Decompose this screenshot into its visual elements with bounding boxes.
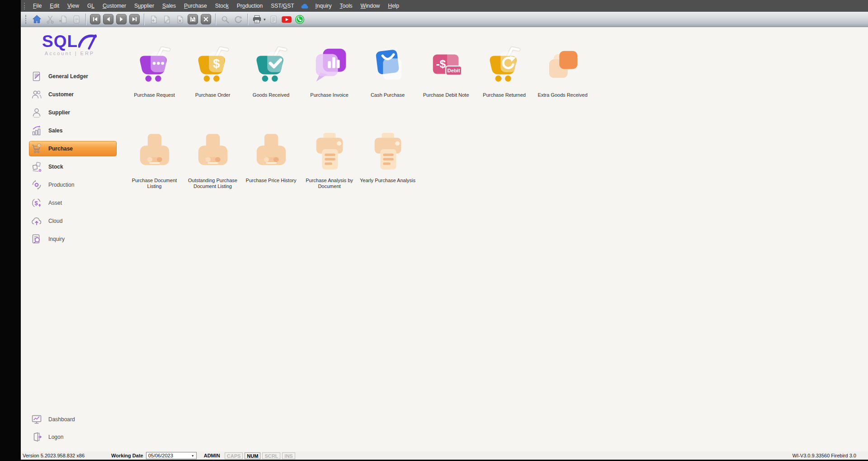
sidebar-item-logon[interactable]: Logon [29,428,117,446]
app-icon-label: Goods Received [253,92,289,98]
app-icon-label: Outstanding Purchase Document Listing [185,178,241,189]
home-button[interactable] [31,13,43,25]
sidebar-item-stock[interactable]: Stock [29,159,117,174]
menu-item-customer[interactable]: Customer [99,2,130,10]
working-date-select[interactable]: 05/06/2023 ▼ [146,452,197,459]
sidebar-item-asset[interactable]: $Asset [29,195,117,211]
menu-bar: FileEditViewGLCustomerSupplierSalesPurch… [21,0,868,12]
printer-icon [135,131,175,170]
menu-item-file[interactable]: File [29,2,46,10]
sidebar-item-inquiry[interactable]: Inquiry [29,231,117,247]
first-record-button[interactable] [90,14,100,24]
menu-item-inquiry[interactable]: Inquiry [311,2,336,10]
refresh-icon [233,14,243,24]
production-icon [31,179,42,191]
app-logo: SQL Account | ERP [21,33,118,67]
app-icon-label: Purchase Document Listing [127,178,183,189]
menubar-grip[interactable] [24,3,25,9]
logon-icon [31,431,42,443]
app-icon-extra-goods-received[interactable]: Extra Goods Received [533,45,592,98]
toolbar-grip[interactable] [25,15,27,24]
sidebar-item-label: Dashboard [48,416,75,423]
app-icon-purchase-returned[interactable]: Purchase Returned [475,45,533,98]
next-record-icon [118,15,125,23]
menu-item-stock[interactable]: Stock [211,2,233,10]
indicator-num: NUM [245,452,260,459]
app-icon-label: Purchase Debit Note [423,92,469,98]
whatsapp-button[interactable] [294,13,306,25]
toolbar-separator [85,14,86,25]
save-button[interactable] [188,14,198,24]
menu-item-edit[interactable]: Edit [46,2,63,10]
print-dropdown-caret-icon[interactable]: ▾ [264,17,266,22]
menu-item-sst-gst[interactable]: SST/GST [267,2,298,10]
app-icon-purchase-invoice[interactable]: Purchase Invoice [300,45,359,98]
cloud-icon[interactable] [300,3,310,9]
menu-item-production[interactable]: Production [233,2,267,10]
previous-record-button[interactable] [103,14,113,24]
toolbar-separator [144,14,144,25]
search-button [219,13,231,25]
sidebar-item-sales[interactable]: Sales [29,123,117,138]
sidebar-item-general-ledger[interactable]: General Ledger [29,69,117,84]
memo-button [70,13,82,25]
app-icon-purchase-analysis-by-document[interactable]: Purchase Analysis by Document [300,131,359,189]
app-icon-purchase-document-listing[interactable]: Purchase Document Listing [125,131,184,189]
purchase-cart-icon [31,143,42,155]
sidebar-item-production[interactable]: Production [29,177,117,193]
sidebar-item-label: Stock [48,164,63,170]
cloud-upload-icon [31,215,42,227]
current-user: ADMIN [204,453,220,458]
cut-button [44,13,56,25]
app-icon-outstanding-purchase-document-listing[interactable]: Outstanding Purchase Document Listing [184,131,242,189]
menu-item-view[interactable]: View [63,2,83,10]
printer-doc-icon [310,131,349,170]
youtube-button[interactable] [281,13,293,25]
supplier-icon [31,107,42,118]
app-icon-label: Purchase Request [134,92,175,98]
sidebar-item-label: Logon [48,434,63,440]
sidebar-item-customer[interactable]: Customer [29,87,117,102]
sidebar-nav: General LedgerCustomerSupplierSalesPurch… [21,69,118,249]
printer-doc-icon [368,131,408,170]
sidebar-item-supplier[interactable]: Supplier [29,105,117,120]
sidebar-item-cloud[interactable]: Cloud [29,213,117,229]
invoice-chart-icon [310,45,349,85]
print-icon [252,14,262,24]
cancel-button[interactable] [201,14,211,24]
home-icon [32,14,42,24]
menu-item-sales[interactable]: Sales [158,2,180,10]
debit-note-icon: -$Debit [426,45,466,85]
inquiry-icon [31,233,42,245]
app-icon-purchase-order[interactable]: $Purchase Order [184,45,242,98]
dropdown-caret-icon: ▼ [189,454,196,457]
sidebar-item-label: Inquiry [48,236,65,242]
cart-check-icon [251,45,291,85]
menu-item-window[interactable]: Window [357,2,384,10]
menu-item-purchase[interactable]: Purchase [180,2,211,10]
app-icon-purchase-debit-note[interactable]: -$DebitPurchase Debit Note [417,45,475,98]
menu-item-gl[interactable]: GL [83,2,99,10]
edit-record-button [160,13,173,25]
last-record-button[interactable] [129,14,140,24]
youtube-icon [281,14,292,25]
print-button[interactable] [251,13,263,25]
sidebar-item-dashboard[interactable]: Dashboard [29,411,117,428]
sidebar-item-purchase[interactable]: Purchase [29,141,117,156]
app-icon-purchase-request[interactable]: Purchase Request [125,45,184,98]
purchase-report-tiles: Purchase Document ListingOutstanding Pur… [118,131,868,189]
app-icon-label: Cash Purchase [371,92,405,98]
app-icon-label: Purchase Invoice [310,92,348,98]
sidebar-item-label: Cloud [48,218,62,224]
working-date-value: 05/06/2023 [148,453,173,458]
app-icon-goods-received[interactable]: Goods Received [242,45,300,98]
menu-item-help[interactable]: Help [384,2,403,10]
app-icon-purchase-price-history[interactable]: Purchase Price History [242,131,300,189]
menu-item-tools[interactable]: Tools [336,2,357,10]
app-icon-cash-purchase[interactable]: Cash Purchase [359,45,417,98]
app-icon-yearly-purchase-analysis[interactable]: Yearly Purchase Analysis [359,131,417,189]
menu-item-supplier[interactable]: Supplier [130,2,158,10]
sidebar-item-label: Customer [48,91,74,98]
new-record-icon [149,14,159,24]
next-record-button[interactable] [116,14,127,24]
